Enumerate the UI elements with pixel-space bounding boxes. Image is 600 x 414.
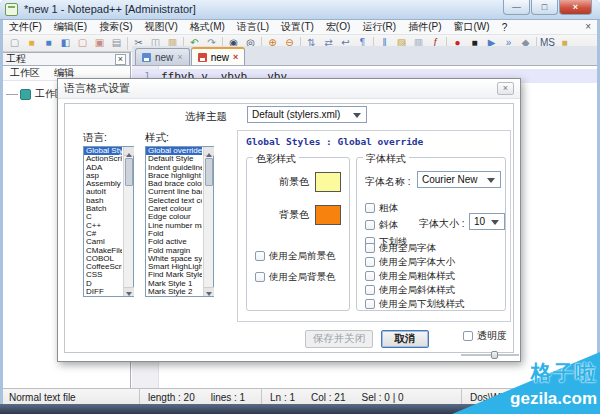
background-color-swatch[interactable]: [315, 205, 341, 225]
language-list-item[interactable]: ActionScript: [84, 155, 122, 163]
language-list-item[interactable]: COBOL: [84, 255, 122, 263]
language-list-item[interactable]: asp: [84, 172, 122, 180]
menu-item[interactable]: 插件(P): [402, 20, 447, 34]
checkbox[interactable]: 使用全局粗体样式: [365, 270, 465, 282]
checkbox[interactable]: 使用全局斜体样式: [365, 284, 465, 296]
print-icon[interactable]: ▤: [108, 36, 125, 51]
theme-dropdown[interactable]: Default (stylers.xml): [247, 106, 367, 123]
style-list-item[interactable]: White space symbol: [146, 255, 202, 263]
dialog-titlebar[interactable]: 语言格式设置 ×: [58, 79, 520, 99]
language-list-item[interactable]: CoffeeScript: [84, 263, 122, 271]
foreground-color-swatch[interactable]: [315, 172, 341, 192]
menu-item[interactable]: 窗口(W): [448, 20, 496, 34]
menu-item[interactable]: 视图(V): [138, 20, 183, 34]
style-list-item[interactable]: Edge colour: [146, 213, 202, 221]
language-list-scrollbar[interactable]: [123, 147, 133, 296]
language-list-item[interactable]: Assembly: [84, 180, 122, 188]
font-size-dropdown[interactable]: 10: [469, 213, 505, 230]
menu-item[interactable]: 编辑(E): [48, 20, 93, 34]
style-list-item[interactable]: Caret colour: [146, 205, 202, 213]
style-list-scrollbar[interactable]: [203, 147, 213, 296]
dialog-close-icon[interactable]: ×: [497, 82, 514, 95]
checkbox[interactable]: 使用全局字体大小: [365, 256, 465, 268]
transparency-slider[interactable]: [461, 351, 519, 359]
menu-item[interactable]: 设置(T): [275, 20, 320, 34]
style-list-item[interactable]: Find Mark Style: [146, 271, 202, 279]
style-list-item[interactable]: Fold: [146, 230, 202, 238]
language-list-item[interactable]: Batch: [84, 205, 122, 213]
menu-item[interactable]: ?: [496, 22, 514, 33]
minimize-button[interactable]: —: [503, 0, 530, 15]
style-list-item[interactable]: Indent guideline style: [146, 164, 202, 172]
save-all-icon[interactable]: ◧: [57, 36, 74, 51]
checkbox[interactable]: 使用全局前景色: [255, 250, 336, 262]
document-tab[interactable]: new ×: [135, 48, 190, 65]
project-panel-titlebar[interactable]: 工程 ×: [3, 52, 130, 66]
menu-item[interactable]: 搜索(S): [93, 20, 138, 34]
panel-close-icon[interactable]: ×: [115, 54, 126, 65]
status-length: length : 20: [148, 392, 195, 403]
open-file-icon[interactable]: ■: [23, 36, 40, 51]
menu-item[interactable]: 运行(R): [356, 20, 402, 34]
save-icon[interactable]: ■: [40, 36, 57, 51]
style-list-item[interactable]: Default Style: [146, 155, 202, 163]
separator[interactable]: [125, 36, 130, 51]
style-list-item[interactable]: Smart HighLighting: [146, 263, 202, 271]
language-list-item[interactable]: Global Styles: [84, 147, 122, 155]
language-list-item[interactable]: C++: [84, 222, 122, 230]
close-file-icon[interactable]: ▢: [74, 36, 91, 51]
language-list-item[interactable]: DIFF: [84, 288, 122, 296]
slider-thumb[interactable]: [491, 351, 498, 359]
tab-close-icon[interactable]: ×: [233, 52, 238, 62]
transparency-option[interactable]: 透明度: [463, 329, 507, 343]
checkbox[interactable]: 斜体: [365, 219, 408, 231]
close-all-icon[interactable]: ▣: [91, 36, 108, 51]
style-list-item[interactable]: Bad brace colour: [146, 180, 202, 188]
checkbox[interactable]: 使用全局下划线样式: [365, 298, 465, 310]
checkbox[interactable]: 使用全局字体: [365, 242, 465, 254]
style-list-item[interactable]: Fold margin: [146, 247, 202, 255]
checkbox[interactable]: 使用全局背景色: [255, 271, 336, 283]
checkbox[interactable]: 粗体: [365, 202, 408, 214]
menubar-close-icon[interactable]: ×: [585, 21, 591, 32]
language-list-item[interactable]: bash: [84, 197, 122, 205]
document-tab[interactable]: new ×: [191, 47, 246, 65]
language-list-item[interactable]: autoIt: [84, 188, 122, 196]
style-list-item[interactable]: Mark Style 1: [146, 280, 202, 288]
language-list-item[interactable]: C#: [84, 230, 122, 238]
title-bar[interactable]: *new 1 - Notepad++ [Administrator] —□×: [0, 0, 600, 20]
style-list-item[interactable]: Current line background colour: [146, 188, 202, 196]
scroll-down-icon[interactable]: [204, 287, 214, 296]
scroll-down-icon[interactable]: [124, 287, 134, 296]
cancel-button[interactable]: 取消: [381, 330, 429, 348]
menu-item[interactable]: 宏(O): [320, 20, 356, 34]
style-list-item[interactable]: Selected text colour: [146, 197, 202, 205]
tab-close-icon[interactable]: ×: [177, 52, 182, 62]
notepadpp-window: *new 1 - Notepad++ [Administrator] —□× 文…: [0, 0, 600, 414]
menu-item[interactable]: 文件(F): [3, 20, 48, 34]
transparency-checkbox[interactable]: [463, 331, 473, 341]
menu-item[interactable]: 语言(L): [231, 20, 275, 34]
style-list-item[interactable]: Fold active: [146, 238, 202, 246]
style-list-item[interactable]: Brace highlight style: [146, 172, 202, 180]
style-list-item[interactable]: Line number margin: [146, 222, 202, 230]
menu-item[interactable]: 格式(M): [184, 20, 231, 34]
save-and-close-button[interactable]: 保存并关闭: [305, 330, 373, 348]
scroll-up-icon[interactable]: [124, 147, 134, 156]
style-list-item[interactable]: Global override: [146, 147, 202, 155]
language-list-item[interactable]: CSS: [84, 271, 122, 279]
language-list-item[interactable]: D: [84, 280, 122, 288]
panel-menu-item[interactable]: 工作区: [3, 66, 47, 80]
language-list-item[interactable]: ADA: [84, 164, 122, 172]
style-list-item[interactable]: Mark Style 2: [146, 288, 202, 296]
scrollbar-thumb[interactable]: [205, 158, 213, 186]
close-button[interactable]: ×: [559, 0, 592, 15]
language-list-item[interactable]: CMakeFile: [84, 247, 122, 255]
maximize-button[interactable]: □: [531, 0, 558, 15]
scrollbar-thumb[interactable]: [125, 158, 133, 186]
language-list-item[interactable]: Caml: [84, 238, 122, 246]
new-file-icon[interactable]: ▢: [6, 36, 23, 51]
font-name-dropdown[interactable]: Courier New: [417, 171, 501, 188]
language-list-item[interactable]: C: [84, 213, 122, 221]
scroll-up-icon[interactable]: [204, 147, 214, 156]
